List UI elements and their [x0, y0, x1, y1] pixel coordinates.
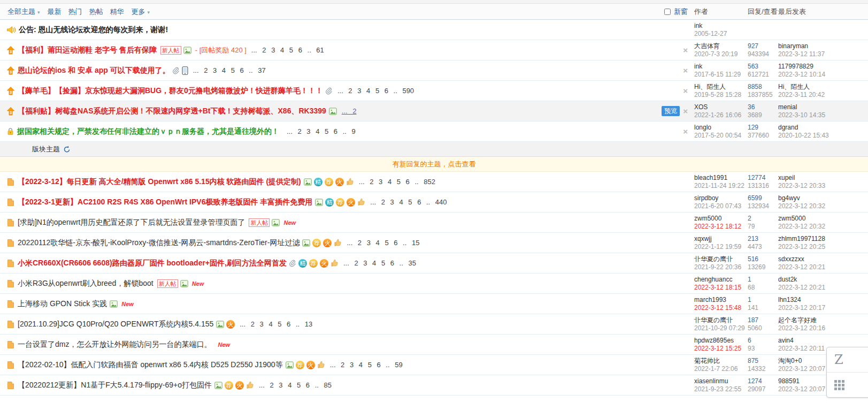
last-post-user-link[interactable]: zhlmm19971128: [778, 235, 868, 243]
new-window-checkbox[interactable]: [664, 9, 671, 15]
thread-title-link[interactable]: 恩山论坛的ios 和 安卓 app 可以下载使用了。: [18, 66, 170, 75]
thread-author-link[interactable]: 大吉体育: [694, 42, 748, 50]
reply-count[interactable]: 1: [748, 296, 778, 304]
page-trail-links[interactable]: ... 2 3 4 5 6 .. 440: [370, 198, 447, 206]
thread-author-link[interactable]: xiasenlinmu: [694, 377, 748, 385]
last-post-user-link[interactable]: dgrand: [778, 124, 868, 132]
thread-title-link[interactable]: 【2022-02-10】低配入门软路由福音 openwrt x86 5.4内核 …: [18, 360, 283, 370]
thread-title-link[interactable]: 上海移动 GPON Stick 实践: [18, 299, 107, 309]
thread-title-link[interactable]: 据国家相关规定，严禁发布任何非法建立的ｖｐｎ服务器，尤其是通往境外的！: [17, 127, 279, 136]
page-trail-links[interactable]: ... 2 3 4 5 6 .. 15: [347, 239, 419, 247]
last-post-date-link[interactable]: 2022-3-12 20:32: [778, 223, 868, 231]
tab-hot-threads[interactable]: 热帖: [89, 7, 103, 17]
thread-author-link[interactable]: longlo: [694, 124, 748, 132]
thread-title-link[interactable]: 【2022-3-12】每日更新 高大全/精简版 Openwrt x86 5.15…: [18, 177, 301, 187]
thread-title-link[interactable]: 小米R3G从openwrt刷入breed，解锁boot: [18, 279, 153, 288]
more-menu-dropdown[interactable]: 更多: [132, 7, 150, 17]
thread-title-link[interactable]: 一台设置了dmz，怎么开放让外网能访问另一台的某端口。: [18, 340, 211, 350]
reply-count[interactable]: 2: [748, 215, 778, 223]
announcement-author-link[interactable]: ink: [694, 22, 748, 30]
page-trail-links[interactable]: ... 2 3 4 5 6 .. 852: [359, 178, 435, 186]
last-post-date-link[interactable]: 2022-3-10 14:35: [778, 111, 868, 119]
preview-badge[interactable]: 预览: [662, 106, 680, 116]
thread-title-link[interactable]: 小米CR660X(CR6606 6608)路由器原厂固件 bootloader+…: [18, 259, 287, 268]
page-trail-links[interactable]: ... 2 3 4 5 6 .. 59: [330, 361, 403, 369]
new-window-link[interactable]: 新窗: [674, 7, 688, 17]
last-post-user-link[interactable]: xupeil: [778, 174, 868, 182]
thread-author-link[interactable]: sirpdboy: [694, 194, 748, 202]
refresh-icon[interactable]: [63, 146, 71, 153]
page-trail-links[interactable]: ... 2 3 4 5 6 .. 9: [287, 127, 356, 135]
page-trail-links[interactable]: ... 2 3 4 5 6 .. 37: [193, 66, 266, 74]
thread-author-link[interactable]: zwm5000: [694, 215, 748, 223]
page-trail-links[interactable]: ... 2 3 4 5 6 .. 35: [343, 259, 416, 267]
last-post-date-link[interactable]: 2022-3-12 20:21: [778, 284, 868, 292]
thread-title-link[interactable]: 【20220212更新】N1基于F大5.4.179-flippy-69+o打包固…: [18, 381, 212, 390]
thread-author-link[interactable]: xqxwjj: [694, 235, 748, 243]
reply-count[interactable]: 129: [748, 124, 778, 132]
last-post-user-link[interactable]: Hi、陌生人: [778, 83, 868, 91]
tab-hot[interactable]: 热门: [68, 7, 82, 17]
last-post-user-link[interactable]: lhn1324: [778, 296, 868, 304]
last-post-date-link[interactable]: 2022-3-12 10:14: [778, 71, 868, 79]
reply-count[interactable]: 213: [748, 235, 778, 243]
close-icon[interactable]: [683, 87, 688, 95]
thread-author-link[interactable]: 菊花帅比: [694, 357, 748, 365]
thread-author-link[interactable]: ink: [694, 63, 748, 71]
tab-digest[interactable]: 精华: [110, 7, 124, 17]
last-post-date-link[interactable]: 2022-3-12 11:37: [778, 50, 868, 58]
last-post-user-link[interactable]: dust2k: [778, 276, 868, 284]
announcement-title-link[interactable]: 公告: 恩山无线论坛欢迎您的每次到来，谢谢!: [19, 25, 168, 35]
thread-title-link[interactable]: [2021.10.29]JCG Q10Pro/Q20 OPENWRT系统内核5.…: [18, 320, 213, 329]
reply-count[interactable]: 6: [748, 337, 778, 345]
thread-author-link[interactable]: 卝华夏の鹰卝: [694, 316, 748, 324]
thread-author-link[interactable]: Hi、陌生人: [694, 83, 748, 91]
thread-author-link[interactable]: XOS: [694, 103, 748, 111]
page-trail-links[interactable]: ... 2 3 4 5 6 .. 85: [259, 381, 332, 389]
last-post-user-link[interactable]: menial: [778, 103, 868, 111]
close-icon[interactable]: [683, 67, 688, 74]
last-post-date-link[interactable]: 2022-3-12 20:32: [778, 202, 868, 210]
last-post-date-link[interactable]: 2020-10-22 15:43: [778, 132, 868, 140]
close-icon[interactable]: [683, 108, 688, 115]
last-post-user-link[interactable]: bg4wyv: [778, 194, 868, 202]
thread-author-link[interactable]: march1993: [694, 296, 748, 304]
last-post-date-link[interactable]: 2022-3-12 20:21: [778, 263, 868, 271]
quick-nav-button[interactable]: Z: [827, 347, 868, 373]
thread-author-link[interactable]: 卝华夏の鹰卝: [694, 255, 748, 263]
reply-count[interactable]: 8858: [748, 83, 778, 91]
page-trail-links[interactable]: ... 2 3 4 5 6 .. 13: [240, 320, 312, 328]
close-icon[interactable]: [683, 128, 688, 135]
last-post-user-link[interactable]: zwm5000: [778, 215, 868, 223]
tab-latest[interactable]: 最新: [48, 7, 62, 17]
thread-author-link[interactable]: chenghuancc: [694, 276, 748, 284]
close-icon[interactable]: [683, 47, 688, 54]
reply-count[interactable]: 875: [748, 357, 778, 365]
thread-author-link[interactable]: hpdwz8695es: [694, 337, 748, 345]
reply-count[interactable]: 563: [748, 63, 778, 71]
reply-count[interactable]: 1: [748, 276, 778, 284]
thread-title-link[interactable]: [求助]N1的openwrt用历史配置还原了下后就无法设置登录管理页面了: [18, 218, 245, 227]
last-post-user-link[interactable]: binaryman: [778, 42, 868, 50]
reply-count[interactable]: 36: [748, 103, 778, 111]
last-post-user-link[interactable]: 1179978829: [778, 63, 868, 71]
reply-count[interactable]: 6599: [748, 194, 778, 202]
reply-count[interactable]: 1274: [748, 377, 778, 385]
page-trail-links[interactable]: ... 2: [342, 107, 357, 115]
last-post-user-link[interactable]: sdxxzzxx: [778, 255, 868, 263]
thread-title-link[interactable]: 【福利贴】树莓盘NAS系统开启公测！不限速内网穿透+Bt下载！支持树莓派、X86…: [18, 107, 326, 116]
last-post-user-link[interactable]: 起个名字好难: [778, 316, 868, 324]
reply-count[interactable]: 12774: [748, 174, 778, 182]
new-replies-notice-link[interactable]: 有新回复的主题，点击查看: [393, 160, 476, 169]
grid-view-button[interactable]: [827, 373, 868, 397]
thread-title-link[interactable]: 20220112歌华链-京东-酸乳-iKoolProxy-微信推送-网易云-sm…: [18, 238, 299, 248]
thread-title-link[interactable]: 【薅羊毛】【捡漏】京东惊现超大漏洞BUG，群友0元撸电烤箱微波炉！快进群薅羊毛！…: [18, 86, 323, 96]
thread-author-link[interactable]: bleach1991: [694, 174, 748, 182]
page-trail-links[interactable]: ... 2 3 4 5 6 .. 61: [251, 46, 324, 54]
thread-title-link[interactable]: 【2022-3-1更新】AC2100 R2S R4S X86 OpenWrt I…: [18, 198, 312, 207]
reply-count[interactable]: 187: [748, 316, 778, 324]
last-post-date-link[interactable]: 2022-3-12 20:16: [778, 324, 868, 332]
reply-count[interactable]: 927: [748, 42, 778, 50]
last-post-user-link[interactable]: avin4: [778, 337, 868, 345]
last-post-date-link[interactable]: 2022-3-12 20:33: [778, 182, 868, 190]
